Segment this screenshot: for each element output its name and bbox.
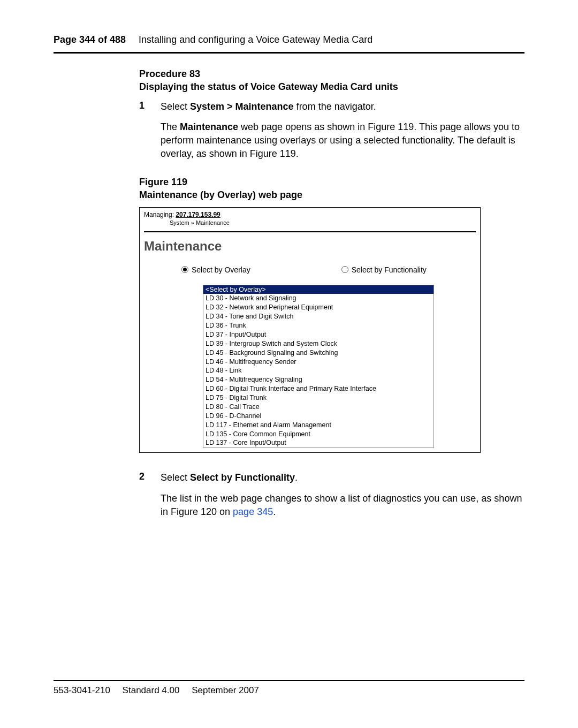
step-2: 2 Select Select by Functionality. The li… <box>139 471 524 518</box>
radio-dot-selected-icon <box>181 266 188 273</box>
chapter-title: Installing and configuring a Voice Gatew… <box>139 34 372 46</box>
text: Select <box>161 101 190 112</box>
bold-term: Select by Functionality <box>190 472 295 483</box>
footer-rule <box>54 680 524 681</box>
text: from the navigator. <box>294 101 376 112</box>
list-item[interactable]: LD 60 - Digital Trunk Interface and Prim… <box>203 384 434 393</box>
managing-label: Managing: <box>144 211 176 218</box>
procedure-title: Displaying the status of Voice Gateway M… <box>139 81 398 92</box>
step-2-body: Select Select by Functionality. The list… <box>161 471 524 518</box>
procedure-heading: Procedure 83 Displaying the status of Vo… <box>139 67 524 94</box>
managing-line: Managing: 207.179.153.99 <box>144 211 476 218</box>
list-item[interactable]: LD 80 - Call Trace <box>203 403 434 412</box>
list-item[interactable]: LD 96 - D-Channel <box>203 412 434 421</box>
radio-functionality-label: Select by Functionality <box>352 266 427 274</box>
page-footer: 553-3041-210 Standard 4.00 September 200… <box>54 680 524 696</box>
step-1-number: 1 <box>139 100 148 161</box>
header-rule <box>54 52 524 54</box>
list-item[interactable]: LD 36 - Trunk <box>203 321 434 330</box>
step-2-line-1: Select Select by Functionality. <box>161 471 524 484</box>
list-item[interactable]: LD 30 - Network and Signaling <box>203 294 434 303</box>
text: . <box>273 506 276 517</box>
list-item[interactable]: LD 54 - Multifrequency Signaling <box>203 375 434 384</box>
nav-path: System > Maintenance <box>190 101 294 112</box>
list-item[interactable]: LD 46 - Multifrequency Sender <box>203 358 434 367</box>
step-1: 1 Select System > Maintenance from the n… <box>139 100 524 161</box>
list-item[interactable]: <Select by Overlay> <box>203 285 434 294</box>
text: The <box>161 122 180 132</box>
radio-select-by-functionality[interactable]: Select by Functionality <box>341 266 427 274</box>
page-number: Page 344 of 488 <box>54 34 126 46</box>
radio-select-by-overlay[interactable]: Select by Overlay <box>181 266 250 274</box>
list-item[interactable]: LD 137 - Core Input/Output <box>203 438 434 448</box>
list-item[interactable]: LD 37 - Input/Output <box>203 330 434 339</box>
overlay-listbox[interactable]: <Select by Overlay> LD 30 - Network and … <box>203 285 434 449</box>
doc-date: September 2007 <box>192 685 259 695</box>
maintenance-heading: Maintenance <box>144 239 476 254</box>
doc-standard: Standard 4.00 <box>123 685 180 695</box>
list-item[interactable]: LD 117 - Ethernet and Alarm Management <box>203 421 434 430</box>
footer-line: 553-3041-210 Standard 4.00 September 200… <box>54 685 524 696</box>
text: The list in the web page changes to show… <box>161 493 522 517</box>
list-item[interactable]: LD 45 - Background Signaling and Switchi… <box>203 348 434 358</box>
text: . <box>295 472 298 483</box>
bold-term: Maintenance <box>180 122 238 132</box>
managing-ip[interactable]: 207.179.153.99 <box>176 211 220 218</box>
step-2-para-2: The list in the web page changes to show… <box>161 492 524 519</box>
step-1-para-2: The Maintenance web page opens as shown … <box>161 120 524 160</box>
breadcrumb: System » Maintenance <box>170 219 476 226</box>
list-item[interactable]: LD 39 - Intergroup Switch and System Clo… <box>203 339 434 348</box>
page-link[interactable]: page 345 <box>233 506 273 517</box>
figure-label: Figure 119 <box>139 177 187 187</box>
text: Select <box>161 472 190 483</box>
figure-heading: Figure 119 Maintenance (by Overlay) web … <box>139 176 524 202</box>
figure-title: Maintenance (by Overlay) web page <box>139 189 302 200</box>
doc-number: 553-3041-210 <box>54 685 110 695</box>
step-2-number: 2 <box>139 471 148 518</box>
list-item[interactable]: LD 135 - Core Common Equipment <box>203 430 434 439</box>
list-item[interactable]: LD 75 - Digital Trunk <box>203 393 434 403</box>
page-header: Page 344 of 488 Installing and configuri… <box>54 34 524 51</box>
figure-separator <box>144 231 476 232</box>
radio-overlay-label: Select by Overlay <box>192 266 250 274</box>
procedure-label: Procedure 83 <box>139 69 200 79</box>
list-item[interactable]: LD 48 - Link <box>203 366 434 375</box>
list-item[interactable]: LD 32 - Network and Peripheral Equipment <box>203 303 434 312</box>
step-1-line-1: Select System > Maintenance from the nav… <box>161 100 524 113</box>
content-area: Procedure 83 Displaying the status of Vo… <box>139 67 524 519</box>
radio-dot-icon <box>341 266 348 273</box>
step-1-body: Select System > Maintenance from the nav… <box>161 100 524 161</box>
radio-group: Select by Overlay Select by Functionalit… <box>181 266 476 274</box>
figure-119: Managing: 207.179.153.99 System » Mainte… <box>139 207 481 453</box>
list-item[interactable]: LD 34 - Tone and Digit Switch <box>203 312 434 321</box>
